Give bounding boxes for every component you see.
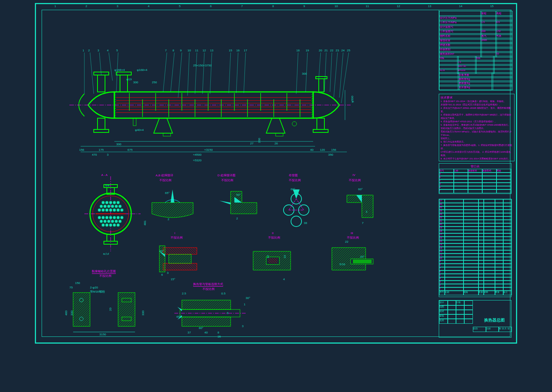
- svg-line-62: [334, 53, 338, 98]
- noz-cell: [468, 189, 483, 193]
- svg-point-101: [105, 224, 108, 227]
- svg-line-60: [324, 53, 326, 92]
- ruler-11: 11: [366, 5, 369, 8]
- svg-rect-118: [163, 263, 197, 270]
- d40x4: φ40×4: [135, 128, 144, 132]
- tb-cell: [456, 318, 465, 324]
- ruler-9: 9: [303, 5, 305, 8]
- det-d-ang: 50°: [236, 193, 241, 197]
- callout-23: 23: [336, 49, 339, 52]
- svg-point-37: [292, 122, 297, 126]
- det-iv-7: 7: [362, 221, 363, 225]
- ts-30: 30°: [246, 296, 250, 300]
- bom-panel: 2726252423222120191817161514131211109876…: [439, 199, 512, 297]
- callout-9: 9: [180, 49, 182, 52]
- tubesheet-joint: [167, 289, 253, 338]
- saddle-330: 330: [70, 311, 74, 315]
- svg-point-97: [111, 220, 114, 223]
- svg-rect-122: [268, 258, 278, 263]
- ruler-4: 4: [148, 5, 149, 8]
- det-iii-20: 20°: [360, 255, 364, 258]
- dim-nozzle1: φ168×4: [114, 68, 125, 72]
- saddle-layout: [62, 278, 141, 338]
- det-ab-ang: 65°: [165, 191, 170, 195]
- callout-17: 17: [244, 49, 247, 52]
- detail-iii: [324, 236, 384, 281]
- tech-line: 管程试验压力按图示，壳程试验压力按图示。: [441, 127, 513, 130]
- detail-ii: [246, 236, 306, 281]
- noz-cell: f: [439, 189, 454, 193]
- svg-point-70: [105, 201, 108, 204]
- callout-3: 3: [98, 49, 99, 52]
- svg-point-78: [115, 205, 118, 208]
- svg-point-102: [109, 224, 112, 227]
- svg-rect-31: [94, 129, 109, 132]
- d156: 156: [79, 148, 84, 152]
- svg-point-100: [102, 224, 105, 227]
- callout-4: 4: [107, 49, 108, 52]
- dim-tube: ≈4500: [193, 153, 201, 156]
- svg-rect-2: [114, 92, 116, 118]
- svg-line-51: [195, 53, 197, 94]
- det-iv-3: 3: [366, 210, 367, 213]
- tech-line: 1. 设备按GB/T 151-2014《热交换器》进行制造、检验、和验收。: [441, 100, 513, 103]
- d200: 200: [258, 138, 261, 143]
- section-aa: [84, 176, 144, 259]
- svg-point-91: [113, 216, 116, 219]
- svg-rect-119: [169, 254, 191, 263]
- svg-rect-27: [116, 72, 131, 75]
- tech-line: CT焊后进行1.25倍设计压力的水压试验。 2. 焊后对焊缝进行100%着色检测…: [441, 150, 513, 157]
- svg-rect-126: [118, 293, 135, 326]
- svg-line-48: [171, 53, 174, 92]
- svg-point-76: [107, 205, 110, 208]
- tech-line: 8. 未注明尺寸公差均按GB/T 151-2014 表面粗糙度按GB/T 103…: [441, 157, 513, 161]
- saddle-label: 鞍座螺栓孔位置图: [92, 269, 116, 274]
- tech-line: 2. 所有法兰均按HG/T 20592~20635 钢制管法兰、垫片、紧固件标准…: [441, 107, 513, 113]
- svg-point-71: [109, 201, 112, 204]
- svg-point-72: [113, 201, 116, 204]
- ts-8: 8: [218, 331, 219, 334]
- ruler-15: 15: [490, 5, 494, 8]
- svg-point-94: [100, 220, 103, 223]
- callout-18: 18: [296, 49, 300, 52]
- svg-line-47: [163, 53, 167, 92]
- svg-point-80: [98, 209, 101, 212]
- callout-24: 24: [341, 49, 345, 52]
- tubesheet-sub: 不按比例: [202, 287, 214, 291]
- det-ab-sub: 不按比例: [159, 178, 171, 182]
- svg-rect-32: [317, 118, 324, 129]
- callout-11: 11: [195, 49, 198, 52]
- det-tube-label: 布管图: [289, 173, 298, 177]
- callout-15: 15: [229, 49, 232, 52]
- svg-rect-132: [182, 300, 231, 309]
- d27: 27: [250, 142, 254, 145]
- svg-rect-117: [163, 248, 197, 254]
- tech-req-header: 技术要求: [441, 96, 513, 100]
- svg-rect-124: [353, 260, 372, 263]
- d250: 250: [152, 81, 157, 84]
- det-iv-label: IV: [352, 173, 356, 177]
- det-ii-10: 10: [283, 255, 286, 258]
- tech-line: 管程同上。: [441, 137, 513, 140]
- det-iv-sub: 不按比例: [349, 178, 361, 182]
- ruler-2: 2: [86, 5, 87, 8]
- detail-tube: [268, 184, 324, 229]
- d470: 470: [92, 153, 97, 156]
- det-i-60: 60°: [159, 249, 164, 253]
- nozzle-table: 管口表 符号公称连接标准连接型式用途abcdef: [439, 163, 512, 194]
- svg-line-50: [188, 53, 189, 96]
- tb-scale: 比例: [486, 327, 499, 332]
- ts-05: 0.5: [221, 292, 225, 295]
- svg-point-87: [98, 216, 101, 219]
- svg-point-98: [115, 220, 118, 223]
- svg-point-77: [111, 205, 114, 208]
- detail-i: [148, 236, 208, 281]
- svg-point-99: [118, 220, 122, 223]
- tech-line: 5. 设备制造完毕后，整体进行水压试验按NB/T 47003-2009标准执行。: [441, 123, 513, 127]
- dim-shell: ≈3150: [204, 148, 213, 152]
- saddle-150: 150: [75, 281, 80, 285]
- ts-25: 2.5: [182, 292, 186, 295]
- saddle-2d20: 2-φ20: [90, 286, 98, 289]
- ruler-8: 8: [272, 5, 274, 8]
- callout-19: 19: [306, 49, 309, 52]
